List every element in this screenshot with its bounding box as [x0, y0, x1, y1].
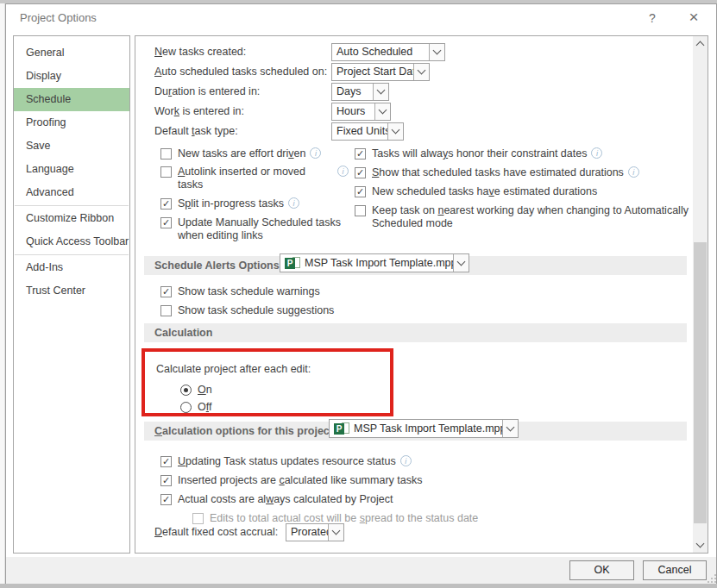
- checkbox-box: ✓: [160, 217, 172, 228]
- checkbox-box: [160, 166, 172, 178]
- scroll-down-icon[interactable]: [693, 538, 708, 553]
- category-sidebar: General Display Schedule Proofing Save L…: [13, 35, 130, 554]
- sidebar-item-schedule[interactable]: Schedule: [14, 88, 129, 111]
- chevron-down-icon: [328, 524, 343, 541]
- scrollbar-thumb[interactable]: [694, 242, 707, 523]
- checkbox-honor-constraint-dates[interactable]: ✓ Tasks will always honor their constrai…: [355, 147, 693, 160]
- sidebar-divider: [15, 254, 129, 255]
- checkbox-keep-task-nearest-day[interactable]: Keep task on nearest working day when ch…: [355, 204, 693, 230]
- dialog-title: Project Options: [20, 11, 97, 24]
- checkbox-update-manually-scheduled[interactable]: ✓ Update Manually Scheduled tasks when e…: [160, 216, 349, 242]
- info-icon: i: [310, 147, 321, 159]
- work-entered-label: Work is entered in:: [154, 103, 244, 121]
- checkbox-box: ✓: [160, 456, 172, 467]
- auto-scheduled-on-label: Auto scheduled tasks scheduled on:: [154, 63, 327, 81]
- sidebar-item-display[interactable]: Display: [14, 65, 129, 88]
- default-task-type-label: Default task type:: [154, 122, 238, 141]
- mpp-file-icon: P: [334, 422, 349, 435]
- calc-options-file-dropdown[interactable]: P MSP Task Import Template.mpp: [329, 419, 519, 438]
- checkbox-effort-driven[interactable]: New tasks are effort driven i: [160, 147, 349, 160]
- schedule-options-pane: New tasks created: Auto Scheduled Auto s…: [135, 35, 708, 554]
- checkbox-show-schedule-suggestions[interactable]: Show task schedule suggestions: [160, 304, 419, 317]
- checkbox-autolink[interactable]: Autolink inserted or moved tasks i: [160, 166, 349, 191]
- checkbox-box: ✓: [160, 475, 172, 486]
- calculation-header: Calculation: [144, 323, 687, 342]
- checkbox-box: ✓: [355, 186, 366, 197]
- checkbox-inserted-projects[interactable]: ✓ Inserted projects are calculated like …: [160, 474, 531, 487]
- checkbox-box: [160, 148, 172, 160]
- project-options-dialog: Project Options ? × General Display Sche…: [5, 3, 717, 584]
- auto-scheduled-on-dropdown[interactable]: Project Start Date: [331, 63, 430, 81]
- checkbox-box: ✓: [355, 167, 366, 178]
- ok-button[interactable]: OK: [569, 560, 634, 580]
- checkbox-actual-costs[interactable]: ✓ Actual costs are always calculated by …: [160, 493, 531, 506]
- new-tasks-created-label: New tasks created:: [154, 43, 246, 61]
- cancel-button[interactable]: Cancel: [643, 560, 707, 580]
- sidebar-item-language[interactable]: Language: [14, 158, 129, 181]
- checkbox-show-estimated-durations[interactable]: ✓ Show that scheduled tasks have estimat…: [355, 166, 693, 179]
- chevron-down-icon: [387, 123, 403, 140]
- checkbox-updating-task-status[interactable]: ✓ Updating Task status updates resource …: [160, 455, 531, 468]
- titlebar: Project Options ? ×: [6, 4, 716, 30]
- mpp-file-icon: P: [285, 257, 300, 270]
- checkbox-split-in-progress[interactable]: ✓ Split in-progress tasks i: [160, 197, 349, 210]
- fixed-cost-accrual-dropdown[interactable]: Prorated: [286, 523, 344, 541]
- checkbox-box: ✓: [355, 148, 366, 160]
- sidebar-item-customize-ribbon[interactable]: Customize Ribbon: [14, 207, 129, 230]
- duration-entered-label: Duration is entered in:: [154, 83, 260, 101]
- calculate-after-edit-label: Calculate project after each edit:: [156, 363, 311, 375]
- info-icon: i: [288, 197, 299, 209]
- radio-circle: [180, 402, 192, 413]
- checkbox-box: ✓: [160, 198, 172, 210]
- close-icon[interactable]: ×: [680, 8, 708, 28]
- sidebar-item-proofing[interactable]: Proofing: [14, 111, 129, 134]
- sidebar-item-advanced[interactable]: Advanced: [14, 181, 129, 204]
- schedule-alerts-file-dropdown[interactable]: P MSP Task Import Template.mpp: [280, 253, 469, 272]
- checkbox-box: ✓: [160, 494, 172, 505]
- default-task-type-dropdown[interactable]: Fixed Units: [331, 122, 404, 141]
- sidebar-item-add-ins[interactable]: Add-Ins: [14, 256, 129, 279]
- sidebar-item-save[interactable]: Save: [14, 134, 129, 158]
- chevron-down-icon: [413, 64, 429, 80]
- radio-calculation-on[interactable]: On: [180, 384, 390, 396]
- scroll-up-icon[interactable]: [693, 36, 708, 51]
- background-app-bottom-edge: [0, 584, 717, 588]
- red-highlight-rectangle: Calculate project after each edit: On Of…: [142, 348, 393, 416]
- checkbox-box: ✓: [160, 286, 172, 297]
- checkbox-box: [355, 205, 366, 216]
- resize-grip[interactable]: [711, 578, 713, 579]
- chevron-down-icon: [429, 44, 444, 60]
- sidebar-item-trust-center[interactable]: Trust Center: [14, 279, 129, 303]
- fixed-cost-accrual-label: Default fixed cost accrual:: [154, 523, 278, 541]
- checkbox-box: [160, 305, 172, 316]
- duration-entered-dropdown[interactable]: Days: [331, 83, 389, 101]
- info-icon: i: [628, 166, 639, 178]
- chevron-down-icon: [502, 420, 518, 437]
- info-icon: i: [400, 455, 412, 466]
- chevron-down-icon: [453, 254, 469, 272]
- radio-calculation-off[interactable]: Off: [180, 401, 390, 413]
- work-entered-dropdown[interactable]: Hours: [331, 103, 391, 121]
- checkbox-new-tasks-estimated[interactable]: ✓ New scheduled tasks have estimated dur…: [355, 185, 693, 198]
- calculation-band: Calculation: [144, 323, 687, 342]
- sidebar-divider: [15, 205, 129, 206]
- info-icon: i: [591, 147, 602, 159]
- checkbox-show-schedule-warnings[interactable]: ✓ Show task schedule warnings: [160, 285, 419, 298]
- chevron-down-icon: [374, 103, 390, 120]
- info-icon: i: [337, 166, 349, 177]
- help-icon[interactable]: ?: [638, 8, 666, 28]
- sidebar-item-general[interactable]: General: [14, 41, 129, 65]
- sidebar-item-quick-access-toolbar[interactable]: Quick Access Toolbar: [14, 230, 129, 253]
- chevron-down-icon: [373, 84, 388, 100]
- radio-circle: [180, 385, 192, 396]
- new-tasks-created-dropdown[interactable]: Auto Scheduled: [331, 43, 445, 61]
- vertical-scrollbar[interactable]: [693, 36, 708, 553]
